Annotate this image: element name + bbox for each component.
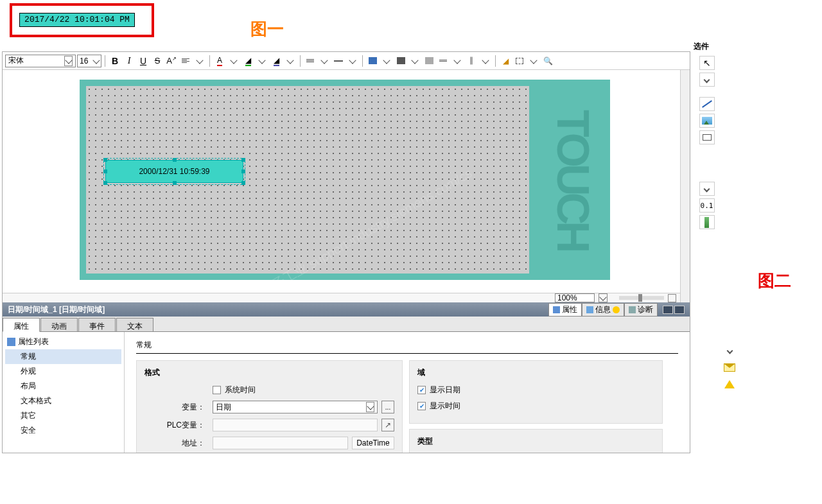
distribute-h-button[interactable] bbox=[437, 55, 450, 67]
line-style-dropdown[interactable] bbox=[318, 55, 331, 67]
design-canvas[interactable]: 2000/12/31 10:59:39 找答案 西门子工业 support.in… bbox=[3, 70, 690, 302]
figure-1-label: 图一 bbox=[250, 18, 284, 40]
separator bbox=[300, 55, 301, 67]
tree-item-layout[interactable]: 布局 bbox=[5, 379, 121, 394]
checkbox-system-time[interactable] bbox=[213, 386, 221, 394]
tool-expand-2-icon[interactable] bbox=[699, 182, 715, 196]
canvas-footer: 100% bbox=[3, 293, 680, 302]
panel-format: 格式 系统时间 变量： 日期 ... PLC变量： bbox=[136, 360, 403, 453]
send-back-button[interactable] bbox=[394, 55, 407, 67]
distribute-v-dropdown[interactable] bbox=[479, 55, 492, 67]
group-dropdown[interactable] bbox=[527, 55, 540, 67]
tool-line[interactable] bbox=[699, 97, 715, 111]
line-weight-button[interactable] bbox=[332, 55, 345, 67]
panel-domain-title: 域 bbox=[417, 367, 654, 378]
highlight-button[interactable]: ◢ bbox=[499, 55, 512, 67]
zoom-dropdown[interactable] bbox=[599, 293, 608, 302]
inspector-title-text: 日期/时间域_1 [日期/时间域] bbox=[8, 304, 105, 315]
hmi-screen: 2000/12/31 10:59:39 找答案 西门子工业 support.in… bbox=[80, 80, 610, 280]
checkbox-show-time[interactable] bbox=[417, 402, 426, 410]
label-address: 地址： bbox=[144, 438, 209, 449]
panel-type-title: 类型 bbox=[417, 436, 654, 447]
underline-button[interactable]: U bbox=[137, 55, 150, 67]
line-style-button[interactable] bbox=[304, 55, 317, 67]
input-address bbox=[213, 437, 348, 449]
notification-mail-icon[interactable] bbox=[722, 360, 737, 374]
figure-2-label: 图二 bbox=[758, 270, 791, 292]
separator bbox=[362, 55, 363, 67]
hmi-touch-label: TOUCH bbox=[541, 86, 605, 274]
tree-item-security[interactable]: 安全 bbox=[5, 423, 121, 438]
text-effect-button[interactable]: A↗ bbox=[165, 55, 178, 67]
tool-expand-icon[interactable] bbox=[699, 73, 715, 87]
tree-item-textformat[interactable]: 文本格式 bbox=[5, 394, 121, 408]
bring-front-button[interactable] bbox=[366, 55, 379, 67]
font-color-button[interactable]: A bbox=[213, 55, 226, 67]
label-show-time: 显示时间 bbox=[430, 401, 460, 412]
font-family-select[interactable]: 宋体 bbox=[5, 55, 76, 67]
line-color-dropdown[interactable] bbox=[284, 55, 297, 67]
taskbar-expand-icon[interactable] bbox=[722, 343, 737, 358]
distribute-dropdown[interactable] bbox=[451, 55, 464, 67]
align-dropdown[interactable] bbox=[193, 55, 206, 67]
strike-button[interactable]: S bbox=[151, 55, 164, 67]
input-variable[interactable]: 日期 bbox=[213, 401, 378, 413]
align-left-button[interactable] bbox=[179, 55, 192, 67]
address-type: DateTime bbox=[352, 437, 394, 449]
order-dropdown[interactable] bbox=[380, 55, 393, 67]
separator bbox=[495, 55, 496, 67]
line-weight-dropdown[interactable] bbox=[346, 55, 359, 67]
zoom-slider[interactable] bbox=[619, 296, 664, 300]
canvas-scrollbar-vertical[interactable] bbox=[680, 70, 690, 302]
property-content: 常规 格式 系统时间 变量： 日期 ... bbox=[125, 332, 690, 453]
tool-rectangle[interactable] bbox=[699, 130, 715, 144]
zoom-select[interactable]: 100% bbox=[555, 293, 595, 302]
panel-format-title: 格式 bbox=[144, 367, 394, 378]
button-plc-goto[interactable]: ↗ bbox=[381, 419, 394, 431]
hmi-grid-area[interactable]: 2000/12/31 10:59:39 找答案 西门子工业 support.in… bbox=[86, 86, 529, 274]
tool-image[interactable] bbox=[699, 114, 715, 128]
font-color-dropdown[interactable] bbox=[227, 55, 240, 67]
datetime-field-text: 2000/12/31 10:59:39 bbox=[139, 167, 209, 176]
tab-animation[interactable]: 动画 bbox=[40, 318, 78, 331]
inspector-window-button-1[interactable] bbox=[663, 306, 673, 314]
input-plc-variable bbox=[213, 419, 378, 431]
fill-color-button[interactable]: ◢ bbox=[241, 55, 254, 67]
tab-properties[interactable]: 属性 bbox=[3, 318, 40, 332]
tree-item-appearance[interactable]: 外观 bbox=[5, 364, 121, 379]
datetime-preview: 2017/4/22 10:01:04 PM bbox=[19, 13, 135, 27]
section-title-general: 常规 bbox=[136, 340, 678, 354]
inspector-tabstrip: 属性 动画 事件 文本 bbox=[3, 317, 690, 332]
bold-button[interactable]: B bbox=[109, 55, 121, 67]
font-size-select[interactable]: 16 bbox=[77, 55, 101, 67]
watermark: 找答案 西门子工业 support.industry.siemens.com/c… bbox=[211, 165, 475, 302]
font-family-value: 宋体 bbox=[8, 55, 24, 66]
align-obj-button[interactable] bbox=[423, 55, 435, 67]
datetime-field-widget[interactable]: 2000/12/31 10:59:39 bbox=[105, 160, 243, 183]
distribute-v-button[interactable] bbox=[465, 55, 478, 67]
tool-pointer[interactable]: ↖ bbox=[699, 56, 715, 70]
tool-io-field[interactable]: 0.1 bbox=[699, 198, 715, 213]
inspector-window-button-2[interactable] bbox=[674, 306, 685, 314]
fill-color-dropdown[interactable] bbox=[256, 55, 268, 67]
notification-warning-icon[interactable] bbox=[722, 377, 737, 391]
tree-item-general[interactable]: 常规 bbox=[5, 349, 121, 364]
tab-events[interactable]: 事件 bbox=[78, 318, 116, 331]
italic-button[interactable]: I bbox=[123, 55, 136, 67]
order-dropdown-2[interactable] bbox=[408, 55, 421, 67]
button-variable-browse[interactable]: ... bbox=[381, 401, 394, 413]
tool-bar[interactable] bbox=[699, 215, 715, 229]
property-tree-header: 属性列表 bbox=[5, 335, 121, 349]
zoom-fit-button[interactable]: 🔍 bbox=[541, 55, 554, 67]
line-color-button[interactable]: ◢ bbox=[270, 55, 283, 67]
tab-text[interactable]: 文本 bbox=[116, 318, 153, 331]
group-button[interactable] bbox=[513, 55, 526, 67]
checkbox-show-date[interactable] bbox=[417, 386, 426, 394]
inspector-tab-diagnostics[interactable]: 诊断 bbox=[624, 303, 658, 317]
toolbox-panel: 选件 ↖ 0.1 bbox=[692, 40, 721, 453]
zoom-fit-button[interactable] bbox=[668, 294, 676, 302]
tree-item-misc[interactable]: 其它 bbox=[5, 408, 121, 423]
inspector-tab-properties[interactable]: 属性 bbox=[548, 303, 582, 317]
font-size-value: 16 bbox=[80, 56, 88, 65]
inspector-tab-info[interactable]: 信息 bbox=[582, 303, 624, 317]
